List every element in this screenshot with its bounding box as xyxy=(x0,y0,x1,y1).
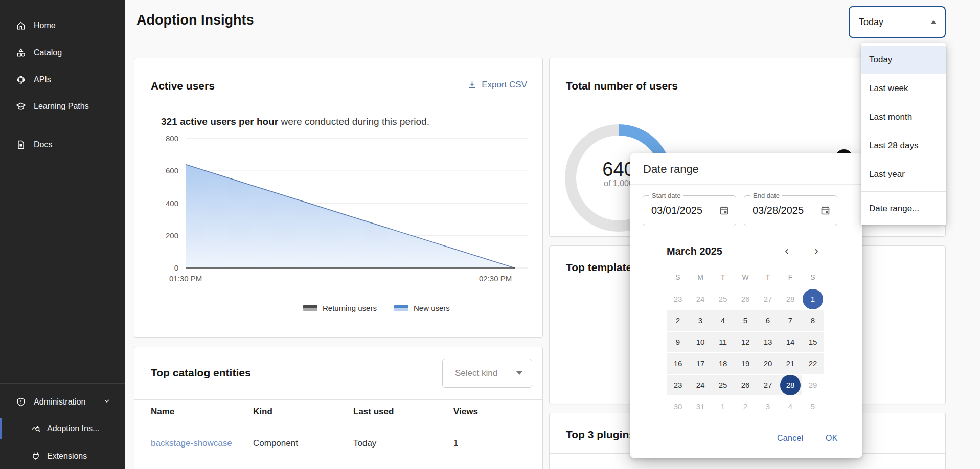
sidebar-item-label: Adoption Ins... xyxy=(47,424,99,433)
top-catalog-entities-card: Top catalog entities Select kind Name Ki… xyxy=(134,347,543,469)
calendar-day[interactable]: 28 xyxy=(779,375,802,395)
calendar-icon xyxy=(719,205,730,216)
calendar-day[interactable]: 9 xyxy=(667,332,689,352)
period-select[interactable]: Today xyxy=(849,6,946,38)
calendar-day[interactable]: 24 xyxy=(689,375,712,395)
header-divider xyxy=(125,44,980,44)
weekday-label: W xyxy=(734,267,757,287)
card-title: Top 3 plugins xyxy=(566,429,635,441)
legend-returning-users: Returning users xyxy=(303,304,377,312)
apis-icon xyxy=(16,75,26,85)
menu-item-date-range[interactable]: Date range... xyxy=(861,194,946,223)
returning-users-swatch xyxy=(303,305,317,311)
calendar-day[interactable]: 31 xyxy=(689,396,712,417)
period-menu: Today Last week Last month Last 28 days … xyxy=(861,43,946,225)
calendar-day[interactable]: 21 xyxy=(779,353,802,374)
calendar-next-button[interactable]: › xyxy=(809,244,824,258)
calendar-day[interactable]: 26 xyxy=(734,289,757,309)
weekday-label: M xyxy=(689,267,712,287)
download-icon xyxy=(467,80,477,90)
sidebar-item-label: Extensions xyxy=(47,452,87,461)
calendar-day[interactable]: 12 xyxy=(734,332,757,352)
sidebar-item-label: Catalog xyxy=(34,48,62,57)
table-divider xyxy=(134,427,542,427)
sidebar-item-label: Home xyxy=(34,21,56,30)
sidebar-item-home[interactable]: Home xyxy=(0,15,125,36)
calendar-day[interactable]: 16 xyxy=(667,353,689,374)
calendar-day[interactable]: 30 xyxy=(667,396,689,417)
calendar-day[interactable]: 3 xyxy=(689,310,712,331)
menu-divider xyxy=(861,191,946,192)
end-date-field[interactable]: End date 03/28/2025 xyxy=(744,195,837,226)
menu-item-last-month[interactable]: Last month xyxy=(861,103,946,131)
calendar-day[interactable]: 8 xyxy=(802,310,824,331)
calendar-day[interactable]: 1 xyxy=(712,396,734,417)
sidebar-divider xyxy=(0,124,125,124)
calendar-day[interactable]: 2 xyxy=(667,310,689,331)
sidebar-item-docs[interactable]: Docs xyxy=(0,135,125,155)
calendar-day[interactable]: 28 xyxy=(779,289,802,309)
kind-select[interactable]: Select kind xyxy=(442,359,532,388)
calendar-day[interactable]: 22 xyxy=(802,353,824,374)
calendar-day[interactable]: 18 xyxy=(712,353,734,374)
calendar-prev-button[interactable]: ‹ xyxy=(780,244,794,258)
sidebar-item-extensions[interactable]: Extensions xyxy=(0,446,125,466)
calendar-day[interactable]: 23 xyxy=(667,289,689,309)
calendar-day[interactable]: 1 xyxy=(802,289,824,309)
start-date-field[interactable]: Start date 03/01/2025 xyxy=(643,195,736,226)
ok-button[interactable]: OK xyxy=(826,434,838,443)
catalog-icon xyxy=(16,48,26,58)
calendar-day[interactable]: 4 xyxy=(779,396,802,417)
menu-item-last-week[interactable]: Last week xyxy=(861,74,946,103)
dialog-divider xyxy=(630,184,862,185)
calendar-day[interactable]: 25 xyxy=(712,289,734,309)
calendar-day[interactable]: 20 xyxy=(757,353,779,374)
calendar-day[interactable]: 4 xyxy=(712,310,734,331)
menu-item-last-28-days[interactable]: Last 28 days xyxy=(861,131,946,160)
y-axis-tick: 400 xyxy=(154,199,178,208)
calendar-day[interactable]: 10 xyxy=(689,332,712,352)
summary-rest: were conducted during this period. xyxy=(278,116,429,127)
card-title: Active users xyxy=(151,80,215,92)
calendar-day[interactable]: 26 xyxy=(734,375,757,395)
calendar-day[interactable]: 27 xyxy=(757,289,779,309)
entity-name-link[interactable]: backstage-showcase xyxy=(151,438,232,449)
cancel-button[interactable]: Cancel xyxy=(777,434,804,443)
calendar-day[interactable]: 5 xyxy=(734,310,757,331)
page-title: Adoption Insights xyxy=(136,12,254,28)
calendar-day[interactable]: 3 xyxy=(757,396,779,417)
plug-icon xyxy=(31,451,41,461)
calendar-day[interactable]: 11 xyxy=(712,332,734,352)
entity-views-cell: 1 xyxy=(453,438,458,449)
calendar-day[interactable]: 29 xyxy=(802,375,824,395)
calendar-day[interactable]: 23 xyxy=(667,375,689,395)
card-title: Top templates xyxy=(566,261,638,274)
calendar-day[interactable]: 17 xyxy=(689,353,712,374)
calendar-day[interactable]: 15 xyxy=(802,332,824,352)
weekday-label: T xyxy=(757,267,779,287)
menu-item-today[interactable]: Today xyxy=(861,46,946,74)
calendar-day[interactable]: 24 xyxy=(689,289,712,309)
calendar-day[interactable]: 25 xyxy=(712,375,734,395)
calendar-day[interactable]: 7 xyxy=(779,310,802,331)
sidebar-item-catalog[interactable]: Catalog xyxy=(0,42,125,63)
legend-label: Returning users xyxy=(323,304,377,312)
chevron-up-icon xyxy=(930,20,937,24)
calendar-day[interactable]: 5 xyxy=(802,396,824,417)
menu-item-last-year[interactable]: Last year xyxy=(861,160,946,189)
calendar-day[interactable]: 14 xyxy=(779,332,802,352)
calendar-day[interactable]: 2 xyxy=(734,396,757,417)
sidebar-item-administration[interactable]: Administration xyxy=(0,392,125,412)
export-csv-button[interactable]: Export CSV xyxy=(467,80,527,90)
sidebar-item-adoption-insights[interactable]: Adoption Ins... xyxy=(0,418,125,439)
dialog-title: Date range xyxy=(643,163,699,176)
sidebar: Home Catalog APIs Learning Paths Docs Ad… xyxy=(0,0,125,469)
calendar-day[interactable]: 19 xyxy=(734,353,757,374)
sidebar-item-learning-paths[interactable]: Learning Paths xyxy=(0,96,125,117)
col-header-views: Views xyxy=(453,407,478,417)
sidebar-item-apis[interactable]: APIs xyxy=(0,70,125,90)
calendar-day[interactable]: 13 xyxy=(757,332,779,352)
card-title: Total number of users xyxy=(566,80,678,92)
calendar-day[interactable]: 27 xyxy=(757,375,779,395)
calendar-day[interactable]: 6 xyxy=(757,310,779,331)
